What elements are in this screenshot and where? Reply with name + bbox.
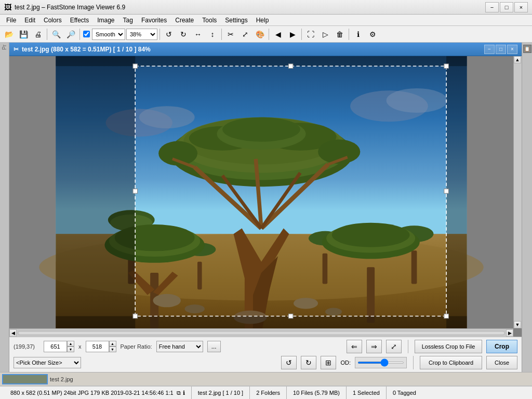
crop-maximize-button[interactable]: □	[496, 45, 506, 54]
title-bar-controls: − □ ×	[485, 2, 528, 12]
crop-minimize-button[interactable]: −	[484, 45, 495, 54]
menu-help[interactable]: Help	[252, 16, 273, 25]
crop-button[interactable]: Crop	[486, 340, 517, 353]
tb-info[interactable]: ℹ	[351, 28, 365, 41]
height-input-group: 518 ▲ ▼	[86, 341, 116, 352]
scroll-up-button[interactable]: ▲	[514, 56, 521, 63]
tb-separator-1	[47, 29, 47, 40]
scrollbar-track-h[interactable]	[18, 331, 505, 335]
thumbnail-strip: test 2.jpg	[0, 372, 532, 385]
status-folders: 2 Folders	[250, 387, 287, 399]
tb-zoom-out[interactable]: 🔎	[64, 28, 77, 41]
copy-icon[interactable]: ⧉	[177, 390, 181, 396]
image-viewport[interactable]: ▲ ▼ ◀ ▶	[9, 56, 522, 337]
tb-zoom-select[interactable]: 38%	[126, 29, 157, 40]
tb-flip-h[interactable]: ↔	[191, 28, 205, 41]
crop-icon: ✂	[14, 46, 19, 53]
lossless-crop-button[interactable]: Lossless Crop to File	[415, 340, 482, 353]
menu-colors[interactable]: Colors	[39, 16, 66, 25]
width-spinner: ▲ ▼	[67, 341, 74, 352]
tb-rotate-left[interactable]: ↺	[162, 28, 176, 41]
svg-rect-53	[288, 64, 293, 69]
tb-slideshow[interactable]: ▷	[318, 28, 332, 41]
svg-rect-58	[288, 314, 293, 318]
menu-file[interactable]: File	[2, 16, 20, 25]
separator-2	[413, 356, 414, 369]
minimize-button[interactable]: −	[485, 2, 499, 12]
od-slider-container[interactable]	[355, 357, 407, 368]
tb-prev[interactable]: ◀	[271, 28, 285, 41]
width-up-button[interactable]: ▲	[67, 341, 74, 347]
status-selected: 1 Selected	[347, 387, 387, 399]
svg-point-44	[294, 298, 318, 309]
status-bar: 880 x 582 (0.51 MP) 24bit JPG 179 KB 201…	[0, 385, 532, 399]
status-file-details: 880 x 582 (0.51 MP) 24bit JPG 179 KB 201…	[10, 390, 174, 396]
crop-close-button[interactable]: ×	[507, 45, 517, 54]
tb-delete[interactable]: 🗑	[333, 28, 347, 41]
size-picker-select[interactable]: <Pick Other Size>	[14, 357, 81, 368]
info-icon[interactable]: ℹ	[183, 390, 185, 396]
controls-row-2: <Pick Other Size> ↺ ↻ ⊞ OD: Crop to Clip…	[14, 356, 517, 370]
tb-rotate-right[interactable]: ↻	[177, 28, 190, 41]
rotate-ccw-button[interactable]: ↺	[281, 356, 297, 369]
scroll-down-button[interactable]: ▼	[514, 321, 521, 328]
prev-panel-label[interactable]: Pr	[2, 45, 7, 50]
tb-print[interactable]: 🖨	[31, 28, 45, 41]
scroll-right-button[interactable]: ▶	[506, 329, 513, 337]
tb-open[interactable]: 📂	[2, 28, 16, 41]
width-down-button[interactable]: ▼	[67, 347, 74, 352]
tb-settings[interactable]: ⚙	[366, 28, 379, 41]
od-slider[interactable]	[357, 362, 404, 364]
tb-next[interactable]: ▶	[286, 28, 299, 41]
menu-image[interactable]: Image	[93, 16, 118, 25]
scroll-left-button[interactable]: ◀	[9, 329, 17, 337]
more-options-button[interactable]: ...	[207, 341, 221, 352]
paper-ratio-select[interactable]: Free hand 4:3 16:9 1:1	[156, 341, 203, 352]
status-tagged: 0 Tagged	[387, 387, 422, 399]
tb-crop[interactable]: ✂	[224, 28, 237, 41]
tb-adjust[interactable]: 🎨	[253, 28, 267, 41]
crop-board-title-bar: ✂ test 2.jpg (880 x 582 = 0.51MP) [ 1 / …	[9, 43, 522, 56]
height-up-button[interactable]: ▲	[109, 341, 116, 347]
menu-edit[interactable]: Edit	[20, 16, 39, 25]
vertical-scrollbar[interactable]: ▲ ▼	[513, 56, 522, 328]
menu-tools[interactable]: Tools	[198, 16, 221, 25]
grid-button[interactable]: ⊞	[321, 356, 336, 369]
svg-rect-59	[444, 314, 449, 318]
status-files-text: 10 Files (5.79 MB)	[293, 390, 340, 396]
flip-vertical-button[interactable]: ⇒	[366, 340, 382, 353]
svg-point-5	[139, 106, 195, 128]
close-button[interactable]: ×	[514, 2, 528, 12]
maximize-button[interactable]: □	[500, 2, 513, 12]
svg-rect-13	[323, 254, 328, 284]
menu-effects[interactable]: Effects	[66, 16, 93, 25]
width-input[interactable]: 651	[44, 341, 67, 352]
tb-save[interactable]: 💾	[17, 28, 30, 41]
expand-button[interactable]: ⤢	[386, 340, 402, 353]
svg-rect-50	[446, 56, 467, 328]
left-sidebar: Pr	[0, 43, 9, 372]
menu-tag[interactable]: Tag	[119, 16, 137, 25]
tb-zoom-in[interactable]: 🔍	[49, 28, 63, 41]
menu-settings[interactable]: Settings	[221, 16, 251, 25]
menu-favorites[interactable]: Favorites	[137, 16, 171, 25]
tb-smooth-check[interactable]	[83, 31, 90, 37]
height-down-button[interactable]: ▼	[109, 347, 116, 352]
flip-horizontal-button[interactable]: ⇐	[347, 340, 362, 353]
main-window: 🖼 test 2.jpg – FastStone Image Viewer 6.…	[0, 0, 532, 399]
tb-smooth-select[interactable]: Smooth	[92, 29, 125, 40]
close-button-2[interactable]: Close	[486, 356, 517, 369]
thumbnail-active[interactable]	[2, 374, 48, 384]
title-bar-left: 🖼 test 2.jpg – FastStone Image Viewer 6.…	[4, 3, 125, 11]
crop-to-clipboard-button[interactable]: Crop to Clipboard	[420, 356, 482, 369]
menu-create[interactable]: Create	[171, 16, 198, 25]
panel-icon-1[interactable]: 📋	[523, 45, 531, 53]
tb-separator-2	[79, 29, 80, 40]
rotate-cw-button[interactable]: ↻	[301, 356, 316, 369]
app-title: test 2.jpg – FastStone Image Viewer 6.9	[15, 4, 125, 11]
height-input[interactable]: 518	[86, 341, 109, 352]
tb-flip-v[interactable]: ↕	[206, 28, 219, 41]
tb-resize[interactable]: ⤢	[238, 28, 252, 41]
horizontal-scrollbar[interactable]: ◀ ▶	[9, 328, 513, 337]
tb-fullscreen[interactable]: ⛶	[304, 28, 317, 41]
